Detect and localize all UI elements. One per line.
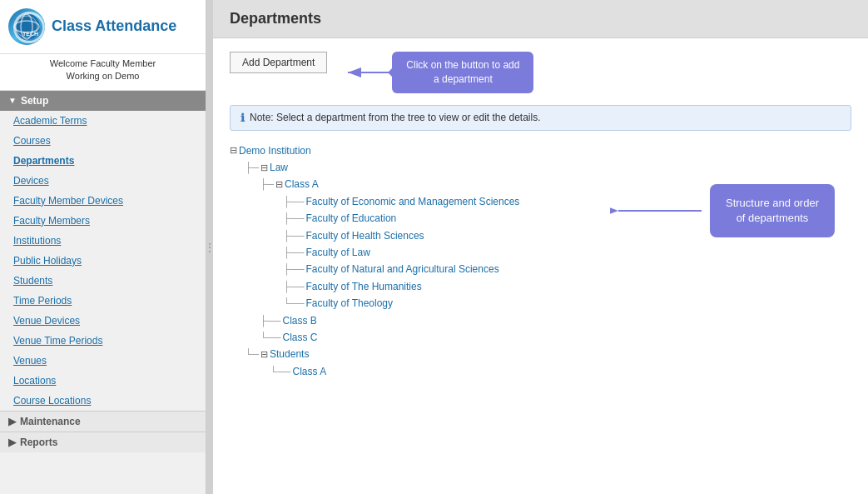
resize-handle[interactable] — [206, 0, 213, 494]
sidebar-item-devices[interactable]: Devices — [0, 171, 206, 191]
logo-icon: TECH — [8, 8, 45, 45]
page-header: Departments — [213, 0, 868, 38]
tree-law-fac-link[interactable]: Faculty of Law — [306, 244, 370, 261]
sidebar-nav-items: Academic Terms Courses Departments Devic… — [0, 111, 206, 411]
tree-students-link[interactable]: Students — [270, 346, 309, 362]
welcome-text: Welcome Faculty Member Working on Demo — [0, 54, 206, 91]
tree-class-b-link[interactable]: Class B — [283, 312, 317, 329]
tree-connector-students-class-a: └── — [270, 363, 291, 380]
tree-natural-link[interactable]: Faculty of Natural and Agricultural Scie… — [306, 261, 499, 277]
tree-connector-students: └─ — [245, 346, 259, 362]
sidebar-item-faculty-members[interactable]: Faculty Members — [0, 211, 206, 231]
logo-area: TECH Class Attendance — [0, 0, 206, 54]
tree-connector-edu: ├── — [283, 210, 305, 227]
sidebar-item-locations[interactable]: Locations — [0, 371, 206, 391]
tree-connector-health: ├── — [283, 227, 305, 244]
svg-text:TECH: TECH — [22, 31, 38, 37]
tree-health-link[interactable]: Faculty of Health Sciences — [306, 227, 424, 244]
setup-arrow-icon: ▼ — [8, 96, 17, 105]
root-expand-icon[interactable]: ⊟ — [230, 142, 237, 158]
setup-label: Setup — [21, 95, 48, 107]
tree-connector-class-a: ├─ — [260, 176, 274, 192]
tree-class-a-link[interactable]: Class A — [285, 176, 319, 192]
reports-arrow-icon: ▶ — [8, 437, 16, 448]
sidebar-item-institutions[interactable]: Institutions — [0, 231, 206, 251]
tree-edu-link[interactable]: Faculty of Education — [306, 210, 397, 227]
svg-point-2 — [14, 21, 39, 32]
tree-node-class-b: ├── Class B — [230, 312, 851, 329]
tree-connector-law: ├─ — [245, 159, 259, 176]
tree-node-law: ├─ ⊟ Law — [230, 159, 851, 176]
svg-point-0 — [13, 13, 40, 40]
sidebar-item-venue-devices[interactable]: Venue Devices — [0, 311, 206, 331]
sidebar-item-courses[interactable]: Courses — [0, 131, 206, 151]
tree-node-humanities: ├── Faculty of The Humanities — [230, 278, 851, 295]
sidebar-item-academic-terms[interactable]: Academic Terms — [0, 111, 206, 131]
law-expand-icon[interactable]: ⊟ — [260, 160, 268, 176]
tree-root-link[interactable]: Demo Institution — [239, 142, 311, 159]
svg-point-3 — [16, 16, 37, 37]
tree-connector-law-fac: ├── — [283, 244, 305, 261]
sidebar-item-departments[interactable]: Departments — [0, 151, 206, 171]
app-title: Class Attendance — [52, 18, 176, 35]
note-bar: ℹ Note: Select a department from the tre… — [230, 105, 851, 131]
structure-callout-bubble: Structure and order of departments — [710, 184, 835, 237]
tree-node-class-c: └── Class C — [230, 329, 851, 346]
tree-theology-link[interactable]: Faculty of Theology — [306, 295, 394, 312]
tree-node-natural: ├── Faculty of Natural and Agricultural … — [230, 261, 851, 277]
maintenance-label: Maintenance — [20, 416, 81, 427]
info-icon: ℹ — [241, 112, 245, 124]
sidebar-item-venues[interactable]: Venues — [0, 351, 206, 371]
tree-law-link[interactable]: Law — [270, 159, 288, 176]
maintenance-arrow-icon: ▶ — [8, 416, 16, 427]
tree-node-law-fac: ├── Faculty of Law — [230, 244, 851, 261]
content-area: Add Department Click on the button to ad… — [213, 38, 868, 494]
class-a-expand-icon[interactable]: ⊟ — [275, 177, 283, 192]
tree-connector-class-b: ├── — [260, 312, 281, 329]
app-title-block: Class Attendance — [52, 18, 176, 35]
setup-section-header[interactable]: ▼ Setup — [0, 91, 206, 111]
tree-connector-class-c: └── — [260, 329, 281, 346]
tree-students-class-a-link[interactable]: Class A — [293, 363, 327, 380]
tree-area: ⊟ Demo Institution ├─ ⊟ Law ├─ ⊟ Class A… — [230, 142, 851, 380]
tree-connector-econ: ├── — [283, 193, 305, 210]
tree-root: ⊟ Demo Institution — [230, 142, 851, 159]
note-text: Note: Select a department from the tree … — [250, 112, 541, 123]
tree-connector-humanities: ├── — [283, 278, 305, 295]
main-content: Departments Add Department Click on the … — [213, 0, 868, 494]
tree-humanities-link[interactable]: Faculty of The Humanities — [306, 278, 422, 295]
maintenance-section-header[interactable]: ▶ Maintenance — [0, 411, 206, 432]
tree-node-students: └─ ⊟ Students — [230, 346, 851, 362]
structure-arrow-svg — [610, 194, 710, 227]
tree-connector-natural: ├── — [283, 261, 305, 277]
sidebar-item-students[interactable]: Students — [0, 271, 206, 291]
tree-node-students-class-a: └── Class A — [230, 363, 851, 380]
sidebar-item-venue-time-periods[interactable]: Venue Time Periods — [0, 331, 206, 351]
tree-class-c-link[interactable]: Class C — [283, 329, 318, 346]
add-callout-bubble: Click on the button to add a department — [392, 52, 533, 93]
tree-connector-theology: └── — [283, 295, 305, 312]
page-title: Departments — [230, 10, 851, 27]
sidebar-item-course-locations[interactable]: Course Locations — [0, 391, 206, 411]
students-expand-icon[interactable]: ⊟ — [260, 347, 268, 362]
add-department-button[interactable]: Add Department — [230, 52, 327, 73]
tree-econ-link[interactable]: Faculty of Economic and Management Scien… — [306, 193, 520, 210]
add-department-row: Add Department Click on the button to ad… — [230, 52, 851, 93]
sidebar-item-faculty-member-devices[interactable]: Faculty Member Devices — [0, 191, 206, 211]
reports-label: Reports — [20, 437, 57, 448]
structure-callout-container: Structure and order of departments — [610, 184, 835, 237]
tree-node-theology: └── Faculty of Theology — [230, 295, 851, 312]
svg-point-1 — [21, 14, 32, 39]
reports-section-header[interactable]: ▶ Reports — [0, 432, 206, 452]
sidebar-item-time-periods[interactable]: Time Periods — [0, 291, 206, 311]
sidebar-item-public-holidays[interactable]: Public Holidays — [0, 251, 206, 271]
